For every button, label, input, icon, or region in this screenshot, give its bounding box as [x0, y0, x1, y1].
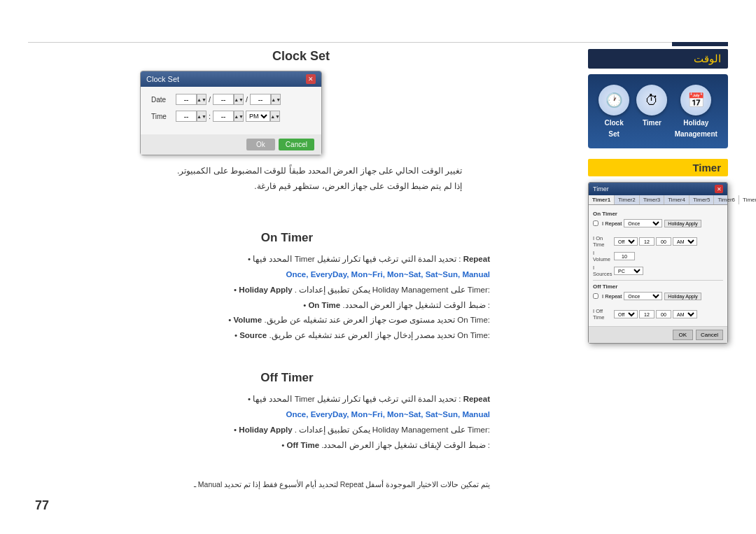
on-timer-ontime-label: On Time — [308, 301, 340, 309]
off-timer-holiday-label: Holiday Apply — [239, 426, 292, 434]
off-timer-title: Off Timer — [70, 371, 504, 385]
timer-icon-label: Timer — [643, 119, 662, 127]
date-month-spinner[interactable]: ▲▼ — [197, 94, 206, 105]
clock-set-icon: 🕐 — [598, 85, 629, 115]
timer-section-label: Timer — [588, 159, 728, 176]
timer-icon-item[interactable]: ⏱ Timer — [636, 85, 667, 127]
on-timer-hour-field[interactable] — [639, 237, 654, 246]
timer-ok-button[interactable]: OK — [673, 330, 694, 340]
date-row: Date ▲▼ / ▲▼ / ▲▼ — [151, 94, 311, 105]
on-timer-source-label: I Sources — [593, 265, 612, 277]
date-day-input[interactable] — [213, 94, 234, 105]
date-year-input[interactable] — [250, 94, 271, 105]
timer-tabs: Timer1 Timer2 Timer3 Timer4 Timer5 Timer… — [589, 195, 727, 205]
timer-dialog-titlebar: Timer ✕ — [589, 183, 727, 195]
off-timer-repeat-checkbox[interactable] — [593, 293, 598, 299]
timer-tab-3[interactable]: Timer3 — [640, 195, 665, 204]
clock-set-dialog: Clock Set ✕ Date ▲▼ / ▲▼ / ▲▼ Time ▲▼ : — [140, 71, 322, 155]
on-timer-volume-row: I Volume — [593, 250, 723, 262]
on-timer-line1: Repeat : تحديد المدة التي ترغب فيها تكرا… — [28, 252, 490, 267]
on-timer-arabic-block: Repeat : تحديد المدة التي ترغب فيها تكرا… — [28, 252, 504, 344]
clock-cancel-button[interactable]: Cancel — [279, 139, 314, 150]
on-timer-repeat-text: I Repeat — [602, 220, 622, 227]
off-timer-offtime-row: I Off Time Off On AM PM — [593, 308, 723, 321]
timer-tab-1[interactable]: Timer1 — [589, 195, 615, 204]
clock-arabic-line1: تغيير الوقت الحالي على جهاز العرض المحدد… — [42, 164, 462, 179]
on-timer-ontime-row: I On Time Off On AM PM — [593, 235, 723, 248]
on-timer-holiday-label: Holiday Apply — [239, 286, 292, 294]
timer-tab-5[interactable]: Timer5 — [690, 195, 715, 204]
right-panel: الوقت 🕐 Clock Set ⏱ Timer 📅 Holiday Mana… — [588, 49, 728, 344]
on-timer-ontime-off-select[interactable]: Off On — [614, 237, 638, 246]
clock-arabic-description: تغيير الوقت الحالي على جهاز العرض المحدد… — [28, 164, 518, 194]
on-timer-title: On Timer — [70, 231, 504, 245]
date-month-input[interactable] — [176, 94, 197, 105]
off-timer-holiday-apply-button[interactable]: Holiday Apply — [664, 293, 701, 300]
timer-tab-6[interactable]: Timer6 — [714, 195, 739, 204]
off-timer-repeat-label: Repeat — [463, 395, 490, 403]
on-timer-repeat-select[interactable]: Once EveryDay — [624, 219, 662, 227]
off-timer-section: Off Timer Repeat : تحديد المدة التي ترغب… — [28, 371, 504, 453]
timer-dialog-body: On Timer I Repeat Once EveryDay Holiday … — [589, 205, 727, 326]
off-timer-line3: :Timer على Holiday Management يمكن تطبيق… — [28, 423, 490, 438]
off-timer-repeat-text: I Repeat — [602, 293, 622, 300]
off-timer-offtime-label: I Off Time — [593, 308, 612, 321]
off-timer-arabic-block: Repeat : تحديد المدة التي ترغب فيها تكرا… — [28, 392, 504, 453]
off-timer-ampm-select[interactable]: AM PM — [673, 310, 697, 318]
on-timer-repeat-label: Repeat — [463, 255, 490, 263]
on-timer-repeat-checkbox[interactable] — [593, 220, 598, 226]
time-min-spinner[interactable]: ▲▼ — [234, 111, 244, 122]
off-timer-hour-field[interactable] — [639, 310, 654, 318]
ampm-spinner[interactable]: ▲▼ — [270, 111, 280, 122]
time-label: Time — [151, 113, 176, 120]
holiday-icon-item[interactable]: 📅 Holiday Management — [675, 85, 718, 138]
on-timer-volume-label: I Volume — [593, 250, 612, 262]
page-number: 77 — [35, 498, 49, 513]
time-hour-input[interactable] — [176, 111, 197, 122]
timer-tab-4[interactable]: Timer4 — [664, 195, 690, 204]
clock-dialog-title: Clock Set — [146, 75, 179, 83]
off-timer-min-field[interactable] — [656, 310, 671, 318]
clock-set-icon-item[interactable]: 🕐 Clock Set — [598, 85, 629, 138]
on-timer-repeat-row: I Repeat Once EveryDay Holiday Apply — [593, 219, 723, 227]
timer-tab-7[interactable]: Timer7 — [739, 195, 756, 204]
clock-ok-button[interactable]: Ok — [246, 139, 275, 150]
on-timer-line2: Once, EveryDay, Mon~Fri, Mon~Sat, Sat~Su… — [28, 267, 490, 283]
on-timer-min-field[interactable] — [656, 237, 671, 246]
timer-dialog-close-button[interactable]: ✕ — [715, 185, 723, 193]
holiday-icon-label1: Holiday — [683, 119, 708, 127]
timer-cancel-button[interactable]: Cancel — [696, 330, 723, 340]
clock-set-title: Clock Set — [84, 49, 518, 64]
date-sep1: / — [209, 95, 211, 104]
timer-tab-2[interactable]: Timer2 — [615, 195, 640, 204]
on-timer-options: Once, EveryDay, Mon~Fri, Mon~Sat, Sat~Su… — [286, 270, 490, 279]
off-timer-offtime-off-select[interactable]: Off On — [614, 310, 638, 318]
off-timer-line2: Once, EveryDay, Mon~Fri, Mon~Sat, Sat~Su… — [28, 407, 490, 423]
on-timer-ampm-select[interactable]: AM PM — [673, 237, 697, 246]
top-divider — [28, 42, 728, 43]
off-timer-offtime-label: Off Time — [287, 441, 319, 449]
clock-dialog-close-button[interactable]: ✕ — [306, 74, 316, 84]
clock-set-section: Clock Set Clock Set ✕ Date ▲▼ / ▲▼ / ▲▼ … — [28, 49, 518, 194]
on-timer-ontime-label: I On Time — [593, 235, 612, 248]
time-hour-spinner[interactable]: ▲▼ — [197, 111, 206, 122]
on-timer-line3: :Timer على Holiday Management يمكن تطبيق… — [28, 283, 490, 298]
off-timer-section-label: Off Timer — [593, 283, 723, 290]
on-timer-holiday-apply-button[interactable]: Holiday Apply — [664, 220, 701, 227]
on-timer-line6: :On Time تحديد مصدر إدخال جهاز العرض عند… — [28, 328, 490, 344]
timer-dialog-title: Timer — [593, 185, 609, 192]
on-timer-section-label: On Timer — [593, 211, 723, 217]
time-sep: : — [209, 112, 211, 120]
off-timer-line1: Repeat : تحديد المدة التي ترغب فيها تكرا… — [28, 392, 490, 407]
date-year-spinner[interactable]: ▲▼ — [271, 94, 281, 105]
date-day-spinner[interactable]: ▲▼ — [234, 94, 244, 105]
accent-bar — [672, 42, 728, 46]
on-timer-source-select[interactable]: PC HDMI — [614, 267, 643, 275]
clock-dialog-titlebar: Clock Set ✕ — [141, 71, 321, 87]
off-timer-repeat-select[interactable]: Once EveryDay — [624, 292, 662, 300]
time-min-input[interactable] — [213, 111, 234, 122]
date-label: Date — [151, 96, 176, 104]
ampm-select[interactable]: PM AM — [246, 111, 270, 122]
off-timer-repeat-row: I Repeat Once EveryDay Holiday Apply — [593, 292, 723, 300]
on-timer-volume-field[interactable] — [614, 252, 635, 260]
